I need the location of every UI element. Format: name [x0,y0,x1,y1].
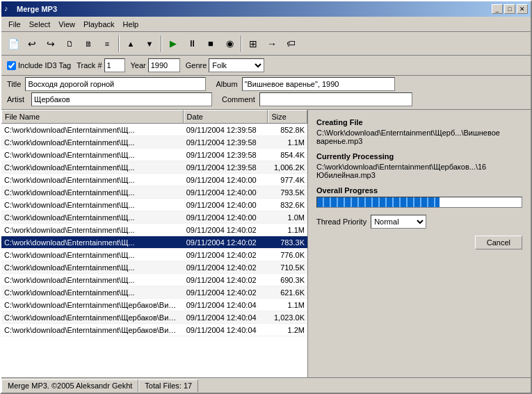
col-header-name: File Name [1,110,184,123]
table-row[interactable]: C:\work\download\Enterntainment\Щ... 09/… [1,249,307,261]
genre-label: Genre [186,61,207,69]
toolbar-record-btn[interactable]: ◉ [220,35,239,53]
table-row[interactable]: C:\work\download\Enterntainment\Щ... 09/… [1,174,307,186]
file-cell-date: 09/11/2004 12:40:00 [184,200,268,210]
progress-bar-fill [317,197,440,207]
table-row[interactable]: C:\work\download\Enterntainment\Щ... 09/… [1,224,307,236]
app-icon: ♪ [4,4,14,14]
toolbar-pause-btn[interactable]: ⏸ [183,35,201,53]
title-bar: ♪ Merge MP3 _ □ ✕ [1,1,531,17]
genre-select[interactable]: Folk Rock Pop Jazz Classical [209,58,264,72]
toolbar-new-btn[interactable]: 📄 [4,35,22,53]
title-row: Title Album [7,77,525,91]
file-cell-name: C:\work\download\Enterntainment\Щ... [1,163,184,172]
toolbar-sep2 [161,35,162,52]
menu-file[interactable]: File [4,19,25,30]
creating-label: Creating File [316,118,522,126]
file-cell-name: C:\work\download\Enterntainment\Щ... [1,288,184,297]
file-cell-date: 09/11/2004 12:39:58 [184,150,268,160]
year-input[interactable] [148,58,180,72]
file-cell-size: 793.5K [268,188,308,197]
file-cell-size: 1.1M [268,300,308,310]
table-row[interactable]: C:\work\download\Enterntainment\Щербаков… [1,299,307,311]
file-list[interactable]: C:\work\download\Enterntainment\Щ... 09/… [1,124,307,377]
toolbar-stop-btn[interactable]: ■ [202,35,220,53]
toolbar-tag-btn[interactable]: 🏷 [282,35,300,53]
file-cell-name: C:\work\download\Enterntainment\Щ... [1,225,184,235]
thread-priority-select[interactable]: Normal Low High [371,215,426,229]
toolbar-up-btn[interactable]: ▲ [122,35,140,53]
toolbar-save-btn[interactable]: ↪ [42,35,60,53]
table-row[interactable]: C:\work\download\Enterntainment\Щ... 09/… [1,274,307,286]
comment-label: Comment [222,95,255,104]
file-cell-size: 621.6K [268,288,308,297]
table-row[interactable]: C:\work\download\Enterntainment\Щ... 09/… [1,199,307,211]
file-cell-size: 1,023.0K [268,313,308,322]
track-group: Track # [76,58,124,72]
overall-label: Overall Progress [316,186,522,195]
file-cell-date: 09/11/2004 12:40:04 [184,300,268,310]
comment-input[interactable] [259,92,412,106]
track-input[interactable] [104,58,125,72]
file-cell-date: 09/11/2004 12:40:02 [184,225,268,235]
window-title: Merge MP3 [17,5,57,13]
table-row[interactable]: C:\work\download\Enterntainment\Щербаков… [1,324,307,336]
file-cell-date: 09/11/2004 12:40:02 [184,275,268,285]
table-row[interactable]: C:\work\download\Enterntainment\Щ... 09/… [1,286,307,299]
title-input[interactable] [25,77,206,91]
file-cell-size: 1.2M [268,325,308,335]
file-cell-size: 852.8K [268,125,308,135]
status-bar: Merge MP3. ©2005 Aleksandr Gekht Total F… [1,377,531,393]
album-input[interactable] [242,77,395,91]
table-row[interactable]: C:\work\download\Enterntainment\Щербаков… [1,311,307,324]
file-cell-size: 832.6K [268,200,308,210]
toolbar-play-btn[interactable]: ▶ [164,35,182,53]
file-cell-name: C:\work\download\Enterntainment\Щ... [1,138,184,147]
file-cell-name: C:\work\download\Enterntainment\Щ... [1,263,184,272]
cancel-button[interactable]: Cancel [475,236,522,249]
table-row[interactable]: C:\work\download\Enterntainment\Щ... 09/… [1,124,307,136]
menu-playback[interactable]: Playback [79,19,119,30]
file-cell-name: C:\work\download\Enterntainment\Щ... [1,150,184,160]
toolbar-open-btn[interactable]: ↩ [23,35,41,53]
toolbar-merge-btn[interactable]: ⊞ [244,35,262,53]
table-row[interactable]: C:\work\download\Enterntainment\Щ... 09/… [1,261,307,274]
table-row[interactable]: C:\work\download\Enterntainment\Щ... 09/… [1,211,307,224]
minimize-button[interactable]: _ [492,4,503,14]
col-header-size: Size [268,110,307,123]
menu-help[interactable]: Help [119,19,143,30]
close-button[interactable]: ✕ [517,4,528,14]
file-cell-size: 690.3K [268,275,308,285]
table-row[interactable]: C:\work\download\Enterntainment\Щ... 09/… [1,186,307,199]
file-cell-date: 09/11/2004 12:40:04 [184,313,268,322]
table-row[interactable]: C:\work\download\Enterntainment\Щ... 09/… [1,149,307,161]
track-label: Track # [76,61,102,69]
toolbar-doc1-btn[interactable]: 🗋 [61,35,79,53]
file-cell-size: 1.1M [268,138,308,147]
table-row[interactable]: C:\work\download\Enterntainment\Щ... 09/… [1,161,307,174]
menu-view[interactable]: View [54,19,79,30]
progress-bar-container [316,197,522,208]
title-bar-left: ♪ Merge MP3 [4,4,57,14]
table-row[interactable]: C:\work\download\Enterntainment\Щ... 09/… [1,236,307,249]
toolbar-export-btn[interactable]: → [263,35,281,53]
processing-section: Currently Processing C:\work\download\En… [316,152,522,179]
file-cell-size: 776.0K [268,250,308,260]
include-id3-checkbox[interactable] [7,61,16,70]
table-row[interactable]: C:\work\download\Enterntainment\Щ... 09/… [1,136,307,149]
file-cell-size: 1,006.2K [268,163,308,172]
toolbar-doc2-btn[interactable]: 🗎 [79,35,97,53]
file-cell-size: 977.4K [268,175,308,185]
file-cell-date: 09/11/2004 12:40:00 [184,213,268,222]
artist-input[interactable] [31,92,212,106]
file-cell-name: C:\work\download\Enterntainment\Щ... [1,200,184,210]
thread-label: Thread Priority [316,217,366,226]
file-cell-name: C:\work\download\Enterntainment\Щ... [1,125,184,135]
toolbar-sep3 [241,35,242,52]
toolbar-down-btn[interactable]: ▼ [140,35,159,53]
include-id3-label: Include ID3 Tag [18,61,71,69]
maximize-button[interactable]: □ [504,4,515,14]
toolbar-doc3-btn[interactable]: ≡ [98,35,116,53]
creating-path: C:\Work\download\Enterntainment\Щерб...\… [316,129,522,145]
menu-select[interactable]: Select [25,19,55,30]
